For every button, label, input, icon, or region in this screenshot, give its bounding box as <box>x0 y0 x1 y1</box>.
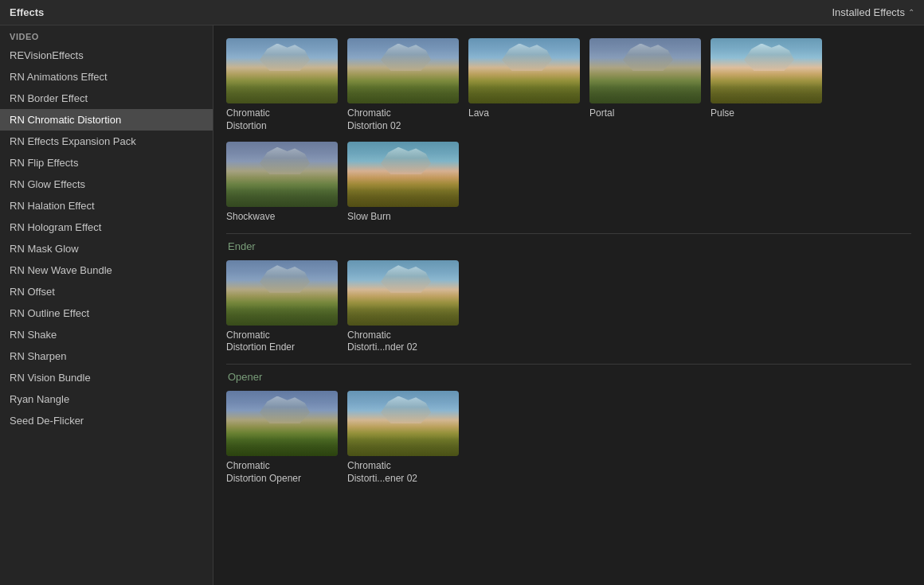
effect-name-chromatic-distortion-02: Chromatic Distortion 02 <box>347 107 459 132</box>
effect-thumbnail-chromatic-distortion-ender-02 <box>347 260 459 326</box>
effect-name-chromatic-distortion-opener-02: Chromatic Distorti...ener 02 <box>347 460 459 485</box>
effect-item-slow-burn[interactable]: Slow Burn <box>347 142 459 224</box>
sidebar-item-rn-chromatic[interactable]: RN Chromatic Distortion <box>0 109 213 131</box>
sidebar-item-rn-flip[interactable]: RN Flip Effects <box>0 152 213 174</box>
section-label-opener-section: Opener <box>226 371 911 383</box>
sidebar-item-rn-mask-glow[interactable]: RN Mask Glow <box>0 238 213 259</box>
effect-item-shockwave[interactable]: Shockwave <box>226 142 338 224</box>
effect-item-chromatic-distortion-02[interactable]: Chromatic Distortion 02 <box>347 38 459 132</box>
sidebar-item-rn-border[interactable]: RN Border Effect <box>0 88 213 109</box>
effect-item-pulse[interactable]: Pulse <box>711 38 822 132</box>
effects-grid-default-section: Chromatic DistortionChromatic Distortion… <box>226 38 911 224</box>
section-label-ender-section: Ender <box>226 240 911 252</box>
installed-effects-dropdown[interactable]: Installed Effects ⌃ <box>832 6 914 18</box>
sidebar-item-rn-sharpen[interactable]: RN Sharpen <box>0 345 213 367</box>
effects-grid-opener-section: Chromatic Distortion OpenerChromatic Dis… <box>226 391 911 485</box>
effect-name-lava: Lava <box>468 107 580 120</box>
effect-thumbnail-chromatic-distortion <box>226 38 338 103</box>
section-default-section: Chromatic DistortionChromatic Distortion… <box>226 38 911 224</box>
effect-name-pulse: Pulse <box>711 107 822 120</box>
effect-thumbnail-chromatic-distortion-02 <box>347 38 459 103</box>
effect-thumbnail-slow-burn <box>347 142 459 207</box>
effect-name-chromatic-distortion-opener: Chromatic Distortion Opener <box>226 460 338 485</box>
section-divider <box>226 233 911 234</box>
effect-item-portal[interactable]: Portal <box>589 38 701 132</box>
sidebar-item-rn-vision-bundle[interactable]: RN Vision Bundle <box>0 367 213 388</box>
effect-item-chromatic-distortion-opener-02[interactable]: Chromatic Distorti...ener 02 <box>347 391 459 485</box>
effect-name-chromatic-distortion-ender: Chromatic Distortion Ender <box>226 330 338 354</box>
effect-item-chromatic-distortion[interactable]: Chromatic Distortion <box>226 38 338 132</box>
effect-item-chromatic-distortion-ender[interactable]: Chromatic Distortion Ender <box>226 260 338 354</box>
section-ender-section: EnderChromatic Distortion EnderChromatic… <box>226 233 911 354</box>
sidebar-item-rn-shake[interactable]: RN Shake <box>0 324 213 345</box>
effect-item-chromatic-distortion-ender-02[interactable]: Chromatic Distorti...nder 02 <box>347 260 459 354</box>
effect-thumbnail-chromatic-distortion-opener <box>226 391 338 456</box>
effect-name-portal: Portal <box>589 107 701 120</box>
sidebar: VIDEO REVisionEffectsRN Animations Effec… <box>0 25 213 585</box>
effect-name-shockwave: Shockwave <box>226 211 338 224</box>
sidebar-item-revision-effects[interactable]: REVisionEffects <box>0 45 213 66</box>
header: Effects Installed Effects ⌃ <box>0 0 924 25</box>
effect-thumbnail-pulse <box>711 38 822 103</box>
effect-item-chromatic-distortion-opener[interactable]: Chromatic Distortion Opener <box>226 391 338 485</box>
effect-thumbnail-chromatic-distortion-opener-02 <box>347 391 459 456</box>
sidebar-item-rn-hologram[interactable]: RN Hologram Effect <box>0 216 213 238</box>
sidebar-item-rn-glow[interactable]: RN Glow Effects <box>0 174 213 195</box>
effect-name-chromatic-distortion-ender-02: Chromatic Distorti...nder 02 <box>347 330 459 354</box>
effect-item-lava[interactable]: Lava <box>468 38 580 132</box>
sidebar-item-rn-offset[interactable]: RN Offset <box>0 281 213 302</box>
effect-thumbnail-chromatic-distortion-ender <box>226 260 338 326</box>
effect-thumbnail-shockwave <box>226 142 338 207</box>
section-opener-section: OpenerChromatic Distortion OpenerChromat… <box>226 364 911 485</box>
effect-thumbnail-lava <box>468 38 580 103</box>
effect-name-chromatic-distortion: Chromatic Distortion <box>226 107 338 132</box>
sidebar-item-rn-new-wave[interactable]: RN New Wave Bundle <box>0 259 213 281</box>
main-layout: VIDEO REVisionEffectsRN Animations Effec… <box>0 25 924 585</box>
sidebar-item-rn-effects-expansion[interactable]: RN Effects Expansion Pack <box>0 131 213 152</box>
effect-name-slow-burn: Slow Burn <box>347 211 459 224</box>
dropdown-label: Installed Effects <box>832 6 905 18</box>
sidebar-item-seed-deflicker[interactable]: Seed De-Flicker <box>0 410 213 431</box>
dropdown-arrow-icon: ⌃ <box>908 8 914 17</box>
sidebar-section-header: VIDEO <box>0 25 213 45</box>
header-title: Effects <box>10 6 44 18</box>
section-divider <box>226 364 911 365</box>
sidebar-item-rn-outline[interactable]: RN Outline Effect <box>0 302 213 324</box>
sidebar-item-rn-animations[interactable]: RN Animations Effect <box>0 66 213 88</box>
sidebar-item-ryan-nangle[interactable]: Ryan Nangle <box>0 388 213 410</box>
content-area: Chromatic DistortionChromatic Distortion… <box>213 25 924 585</box>
sidebar-item-rn-halation[interactable]: RN Halation Effect <box>0 195 213 216</box>
effect-thumbnail-portal <box>589 38 701 103</box>
effects-grid-ender-section: Chromatic Distortion EnderChromatic Dist… <box>226 260 911 354</box>
